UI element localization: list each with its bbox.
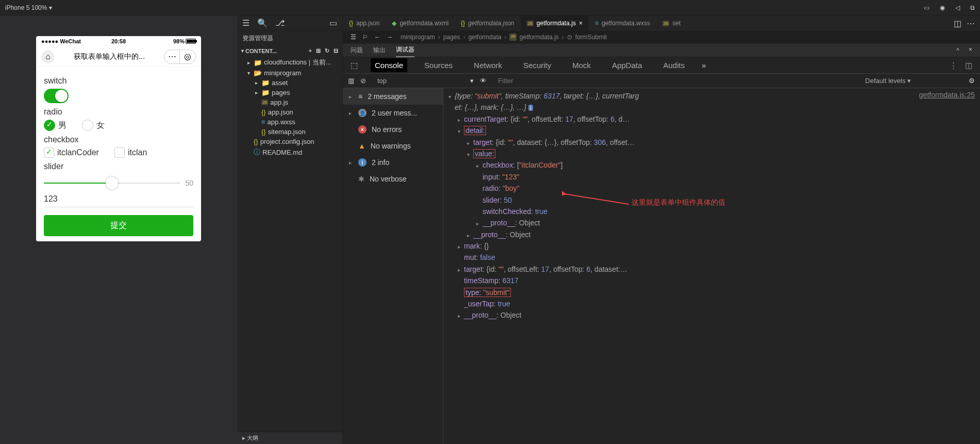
tab-network[interactable]: Network: [470, 58, 506, 72]
explorer-toolbar: ☰ 🔍 ⎇ ▭: [237, 15, 342, 31]
console-output[interactable]: getformdata.js:25 ▾{type: "submit", time…: [443, 88, 980, 444]
new-file-icon[interactable]: +: [309, 47, 312, 54]
tree-pages[interactable]: ▸📁pages: [237, 88, 342, 97]
tree-appjson[interactable]: {}app.json: [237, 107, 342, 117]
editor-area: {}app.json ◆getformdata.wxml {}getformda…: [343, 15, 980, 444]
console-filter-bar: ▥ ⊘ top ▾ 👁 Default levels ▾ ⚙: [343, 74, 980, 88]
console-sidebar: ▸≡2 messages ▸👤2 user mess... ×No errors…: [343, 88, 443, 444]
tree-appjs[interactable]: JSapp.js: [237, 97, 342, 107]
tab-sources[interactable]: Sources: [420, 58, 457, 72]
tree-projectconfig[interactable]: {}project.config.json: [237, 137, 342, 146]
gear-icon[interactable]: ⚙: [969, 77, 975, 85]
tab-problems[interactable]: 问题: [351, 44, 363, 57]
text-input[interactable]: 123: [44, 191, 193, 207]
info-badge-icon[interactable]: i: [528, 105, 533, 111]
copy-icon[interactable]: ⧉: [970, 4, 975, 11]
battery-icon: [186, 39, 196, 44]
tree-sitemap[interactable]: {}sitemap.json: [237, 127, 342, 137]
sb-noverbose[interactable]: ✱No verbose: [343, 171, 443, 187]
more-tabs-icon[interactable]: »: [702, 61, 706, 70]
verbose-icon: ✱: [358, 175, 364, 183]
tab-getformdata-json[interactable]: {}getformdata.json: [455, 15, 520, 31]
mobile-icon[interactable]: ▭: [924, 4, 929, 11]
status-time: 20:58: [93, 38, 144, 44]
sb-info[interactable]: ▸i2 info: [343, 154, 443, 171]
tab-console[interactable]: Console: [371, 58, 407, 72]
menu-icon[interactable]: ☰: [242, 18, 250, 28]
bookmark-icon[interactable]: ⚐: [362, 34, 368, 41]
clear-console-icon[interactable]: ⊘: [360, 77, 366, 85]
phone-statusbar: ●●●●● WeChat 20:58 98%: [36, 36, 201, 46]
slider-control[interactable]: [44, 183, 180, 184]
close-icon[interactable]: ×: [579, 20, 583, 27]
submit-button[interactable]: 提交: [44, 215, 193, 236]
switch-control[interactable]: [44, 89, 69, 103]
sb-usermsg[interactable]: ▸👤2 user mess...: [343, 105, 443, 121]
more-icon[interactable]: ⋯: [967, 19, 975, 28]
branch-icon[interactable]: ⎇: [275, 18, 285, 28]
menu-dots-icon[interactable]: ⋯: [164, 50, 180, 63]
checkbox-itclan[interactable]: itclan: [114, 147, 147, 158]
tree-miniprogram[interactable]: ▾📂miniprogram: [237, 68, 342, 78]
checkbox-itclancoder[interactable]: itclanCoder: [44, 147, 99, 158]
split-icon[interactable]: ◫: [954, 19, 961, 28]
minimize-icon[interactable]: ＾: [955, 46, 961, 55]
sidebar-toggle-icon[interactable]: ▥: [348, 77, 354, 85]
dock-icon[interactable]: ◫: [965, 61, 972, 70]
list-icon[interactable]: ☰: [351, 34, 356, 41]
eye-icon[interactable]: 👁: [480, 77, 487, 85]
sidebar-icon[interactable]: ▭: [329, 18, 337, 28]
settings-icon[interactable]: ⋮: [950, 61, 957, 70]
tab-getformdata-wxml[interactable]: ◆getformdata.wxml: [386, 15, 455, 31]
refresh-icon[interactable]: ↻: [325, 47, 329, 54]
tab-mock[interactable]: Mock: [568, 58, 595, 72]
tree-asset[interactable]: ▸📁asset: [237, 78, 342, 88]
content-header[interactable]: ▾ CONTENT... + ⊞ ↻ ⊟: [237, 46, 342, 56]
explorer-title: 资源管理器: [237, 31, 342, 46]
close-panel-icon[interactable]: ×: [969, 46, 972, 55]
sb-nowarn[interactable]: ▲No warnings: [343, 138, 443, 154]
tab-security[interactable]: Security: [519, 58, 555, 72]
mute-icon[interactable]: ◁: [955, 4, 960, 11]
context-selector[interactable]: top: [372, 77, 392, 85]
wechat-capsule[interactable]: ⋯ ◎: [164, 50, 196, 64]
outline-section[interactable]: ▸ 大纲: [237, 432, 342, 444]
devtools-top-tabs: 问题 输出 调试器 ＾ ×: [343, 44, 980, 57]
messages-icon: ≡: [358, 92, 362, 101]
simulator-panel: ●●●●● WeChat 20:58 98% ⌂ 获取表单输入框中的... ⋯ …: [0, 15, 237, 444]
page-title: 获取表单输入框中的...: [59, 52, 160, 61]
tree-cloudfunctions[interactable]: ▸📁cloudfunctions | 当前...: [237, 57, 342, 68]
chevron-down-icon[interactable]: ▾: [470, 77, 474, 85]
filter-input[interactable]: [493, 77, 859, 85]
tab-getformdata-js[interactable]: JSgetformdata.js×: [521, 15, 589, 31]
close-target-icon[interactable]: ◎: [180, 50, 195, 63]
record-icon[interactable]: ◉: [940, 4, 945, 11]
source-link[interactable]: getformdata.js:25: [919, 89, 975, 101]
forward-icon[interactable]: →: [387, 34, 393, 41]
tab-output[interactable]: 输出: [373, 44, 386, 57]
inspect-icon[interactable]: ⬚: [351, 61, 358, 70]
tab-getformdata-wxss[interactable]: ≡getformdata.wxss: [589, 15, 656, 31]
tab-debugger[interactable]: 调试器: [396, 43, 414, 57]
tree-readme[interactable]: ⓘREADME.md: [237, 146, 342, 158]
devtools-main-tabs: ⬚ Console Sources Network Security Mock …: [343, 57, 980, 74]
sb-noerrors[interactable]: ×No errors: [343, 121, 443, 138]
form-body: switch radio 男 女 checkbox: [36, 67, 201, 241]
tab-appjson[interactable]: {}app.json: [343, 15, 386, 31]
radio-female[interactable]: 女: [82, 120, 105, 131]
device-selector[interactable]: iPhone 5 100% ▾: [5, 4, 52, 11]
tree-appwxss[interactable]: ≡app.wxss: [237, 117, 342, 127]
search-icon[interactable]: 🔍: [257, 18, 268, 28]
tab-audits[interactable]: Audits: [659, 58, 689, 72]
tab-appdata[interactable]: AppData: [608, 58, 646, 72]
home-icon[interactable]: ⌂: [41, 50, 55, 63]
new-folder-icon[interactable]: ⊞: [316, 47, 321, 54]
back-icon[interactable]: ←: [374, 34, 380, 41]
carrier: ●●●●● WeChat: [41, 38, 93, 44]
radio-male[interactable]: 男: [44, 120, 67, 131]
collapse-icon[interactable]: ⊟: [334, 47, 338, 54]
sb-messages[interactable]: ▸≡2 messages: [343, 88, 443, 105]
tab-set[interactable]: JSset: [656, 15, 687, 31]
switch-label: switch: [44, 76, 193, 86]
log-levels-selector[interactable]: Default levels ▾: [865, 77, 911, 85]
